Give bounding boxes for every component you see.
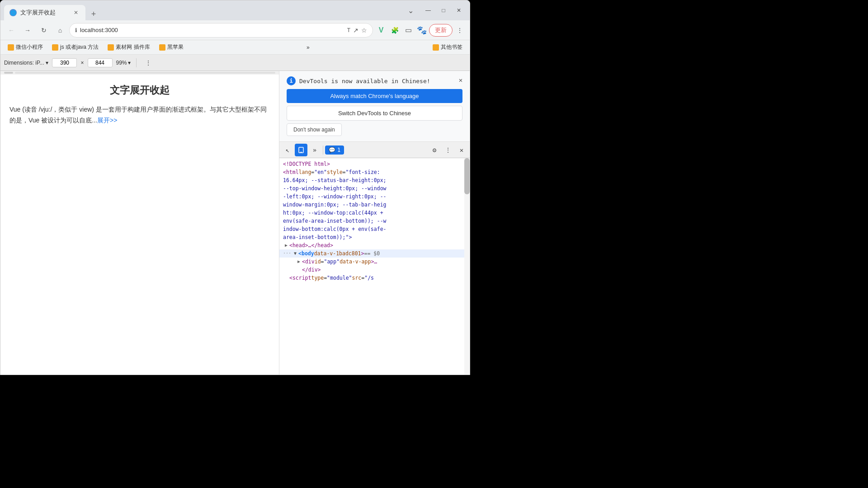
ellipsis-marker: ··· (283, 249, 291, 258)
code-line[interactable]: area-inset-bottom));"> (279, 233, 470, 241)
always-match-language-button[interactable]: Always match Chrome's language (287, 89, 462, 103)
code-text: window-margin:0px; --tab-bar-heig (283, 201, 386, 209)
bookmark-label: 素材网 插件库 (116, 43, 150, 51)
update-label: 更新 (435, 26, 447, 34)
bookmark-label: 黑苹果 (167, 43, 184, 51)
info-icon: i (287, 76, 296, 85)
more-tabs-button[interactable]: » (308, 144, 321, 156)
code-line[interactable]: -left:0px; --window-right:0px; -- (279, 192, 470, 201)
height-input[interactable] (88, 58, 113, 67)
back-button[interactable]: ← (4, 23, 19, 38)
dont-show-again-button[interactable]: Don't show again (287, 123, 342, 136)
expand-link[interactable]: 展开>> (97, 117, 117, 124)
code-text: <script (289, 274, 311, 282)
code-line-highlighted[interactable]: ··· ▼ <body data-v-1badc801> == $0 (279, 249, 470, 258)
console-badge[interactable]: 💬 1 (325, 145, 344, 155)
collapse-triangle[interactable]: ▶ (283, 241, 289, 248)
code-line[interactable]: 16.64px; --status-bar-height:0px; (279, 176, 470, 184)
code-line[interactable]: <!DOCTYPE html> (279, 160, 470, 168)
more-options-button[interactable]: ⋮ (442, 144, 454, 156)
code-line[interactable]: ht:0px; --window-top:calc(44px + (279, 209, 470, 217)
tab-area: 🌐 文字展开收起 ✕ + (4, 0, 404, 20)
device-label: Dimensions: iP... (4, 60, 44, 66)
bookmark-other[interactable]: 其他书签 (429, 42, 466, 52)
refresh-button[interactable]: ↻ (37, 23, 51, 38)
title-bar: 🌐 文字展开收起 ✕ + ⌄ — □ ✕ (0, 0, 470, 20)
collapse-triangle[interactable]: ▶ (296, 258, 302, 264)
tab-strip-more[interactable]: ⌄ (406, 5, 415, 17)
code-line[interactable]: window-margin:0px; --tab-bar-heig (279, 201, 470, 209)
sidebar-icon[interactable]: ▭ (402, 24, 415, 37)
code-line[interactable]: env(safe-area-inset-bottom)); --w (279, 217, 470, 225)
bookmark-icon (52, 44, 58, 51)
code-text: </div> (302, 266, 321, 274)
code-text: <div (302, 258, 315, 266)
bookmark-assets[interactable]: 素材网 插件库 (104, 42, 153, 52)
translate-icon[interactable]: T (347, 27, 350, 33)
code-text: 16.64px; --status-bar-height:0px; (283, 176, 386, 184)
star-icon[interactable]: ☆ (361, 27, 367, 34)
code-text: <html (283, 168, 299, 176)
minimize-button[interactable]: — (421, 3, 435, 18)
console-count: 1 (337, 147, 340, 153)
bookmark-icon (159, 44, 165, 51)
lang-info-text: DevTools is now available in Chinese! (299, 78, 430, 84)
home-button[interactable]: ⌂ (53, 23, 67, 38)
code-line[interactable]: ▶ <head>…</head> (279, 241, 470, 249)
device-toolbar: Dimensions: iP... ▾ × 99% ▾ ⋮ (0, 55, 470, 71)
scrollbar-thumb[interactable] (464, 158, 470, 194)
phone-frame: 文字展开收起 Vue (读音 /vju:/，类似于 view) 是一套用于构建用… (0, 75, 279, 375)
cursor-tool-button[interactable]: ↖ (281, 144, 294, 156)
device-toolbar-more[interactable]: ⋮ (142, 56, 155, 69)
maximize-button[interactable]: □ (436, 3, 451, 18)
update-button[interactable]: 更新 (429, 24, 453, 37)
code-line[interactable]: --top-window-height:0px; --window (279, 184, 470, 192)
tab-title: 文字展开收起 (20, 9, 68, 17)
profile-icon[interactable]: 🐾 (415, 24, 428, 37)
code-line[interactable]: indow-bottom:calc(0px + env(safe- (279, 225, 470, 233)
device-selector[interactable]: Dimensions: iP... ▾ (4, 60, 48, 66)
extensions-icon[interactable]: 🧩 (388, 24, 401, 37)
device-toggle-button[interactable] (295, 144, 307, 156)
settings-button[interactable]: ⚙ (428, 144, 441, 156)
active-tab[interactable]: 🌐 文字展开收起 ✕ (4, 5, 85, 20)
zoom-selector[interactable]: 99% ▾ (116, 60, 131, 66)
notification-close-button[interactable]: ✕ (456, 75, 465, 84)
collapse-triangle[interactable]: ▼ (292, 249, 298, 256)
zoom-label: 99% (116, 60, 127, 66)
bookmark-wechat[interactable]: 微信小程序 (4, 42, 47, 52)
switch-to-chinese-button[interactable]: Switch DevTools to Chinese (287, 106, 462, 121)
code-line[interactable]: ▶ <div id="app" data-v-app>… (279, 258, 470, 266)
code-line[interactable]: <html lang="en" style="font-size: (279, 168, 470, 176)
share-icon[interactable]: ↗ (353, 27, 359, 34)
bookmark-icon (108, 44, 114, 51)
devtools-code-view[interactable]: <!DOCTYPE html> <html lang="en" style="f… (279, 158, 470, 375)
address-text: localhost:3000 (80, 27, 344, 33)
scrollbar-track[interactable] (464, 158, 470, 375)
forward-button[interactable]: → (20, 23, 35, 38)
more-options-button[interactable]: ⋮ (453, 24, 466, 37)
code-line[interactable]: </div> (279, 266, 470, 274)
device-chevron-icon: ▾ (46, 60, 48, 66)
address-bar[interactable]: ℹ localhost:3000 T ↗ ☆ (69, 23, 373, 38)
close-devtools-button[interactable]: ✕ (455, 144, 468, 156)
devtools-panel: i DevTools is now available in Chinese! … (279, 71, 470, 375)
close-button[interactable]: ✕ (452, 3, 466, 18)
content-area: 文字展开收起 Vue (读音 /vju:/，类似于 view) 是一套用于构建用… (0, 71, 470, 375)
code-line[interactable]: <script type="module" src="/s (279, 274, 470, 282)
code-text: <head>…</head> (289, 241, 333, 249)
more-icon: » (307, 44, 310, 51)
bookmarks-more-button[interactable]: » (304, 43, 312, 52)
new-tab-button[interactable]: + (87, 8, 100, 20)
browser-window: 🌐 文字展开收起 ✕ + ⌄ — □ ✕ ← → ↻ ⌂ ℹ localhost… (0, 0, 470, 375)
code-text: --top-window-height:0px; --window (283, 184, 386, 192)
bookmark-js[interactable]: js 或者java 方法 (48, 42, 102, 52)
tab-favicon: 🌐 (9, 9, 17, 16)
code-text: -left:0px; --window-right:0px; -- (283, 192, 386, 201)
width-input[interactable] (52, 58, 77, 67)
toolbar-separator (136, 58, 137, 67)
code-text: area-inset-bottom));"> (283, 233, 352, 241)
tab-close-button[interactable]: ✕ (72, 9, 80, 17)
bookmark-hackintosh[interactable]: 黑苹果 (156, 42, 187, 52)
vue-devtools-icon[interactable]: V (375, 24, 387, 37)
